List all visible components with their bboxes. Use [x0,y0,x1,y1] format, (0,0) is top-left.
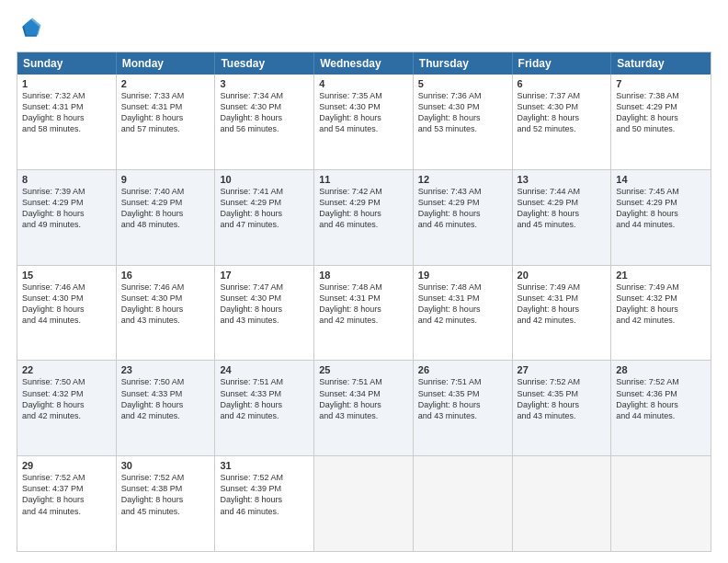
sunrise-text: Sunrise: 7:46 AM [22,282,111,293]
week-row-2: 8Sunrise: 7:39 AMSunset: 4:29 PMDaylight… [17,169,711,265]
daylight-text: Daylight: 8 hours [319,304,408,315]
daylight-text-2: and 42 minutes. [22,410,111,421]
sunset-text: Sunset: 4:31 PM [121,101,210,112]
daylight-text-2: and 54 minutes. [319,123,408,134]
daylight-text: Daylight: 8 hours [418,304,507,315]
week-row-3: 15Sunrise: 7:46 AMSunset: 4:30 PMDayligh… [17,265,711,361]
daylight-text-2: and 42 minutes. [616,315,706,326]
day-number: 20 [518,270,607,281]
day-number: 31 [220,460,309,471]
sunrise-text: Sunrise: 7:52 AM [121,472,210,483]
sunrise-text: Sunrise: 7:52 AM [616,376,706,387]
daylight-text-2: and 45 minutes. [121,506,210,517]
week-row-5: 29Sunrise: 7:52 AMSunset: 4:37 PMDayligh… [17,455,711,551]
daylight-text-2: and 48 minutes. [121,219,210,230]
sunset-text: Sunset: 4:30 PM [319,101,408,112]
daylight-text-2: and 42 minutes. [418,315,507,326]
daylight-text: Daylight: 8 hours [121,399,210,410]
daylight-text: Daylight: 8 hours [22,399,111,410]
sunrise-text: Sunrise: 7:50 AM [121,376,210,387]
sunrise-text: Sunrise: 7:44 AM [518,186,607,197]
day-number: 23 [121,364,210,375]
daylight-text-2: and 46 minutes. [319,219,408,230]
daylight-text: Daylight: 8 hours [121,112,210,123]
sunset-text: Sunset: 4:30 PM [22,293,111,304]
day-number: 19 [418,270,507,281]
day-cell-23: 23Sunrise: 7:50 AMSunset: 4:33 PMDayligh… [117,361,216,455]
day-number: 27 [518,364,607,375]
calendar-header: SundayMondayTuesdayWednesdayThursdayFrid… [17,52,711,75]
sunrise-text: Sunrise: 7:47 AM [220,282,309,293]
daylight-text-2: and 57 minutes. [121,123,210,134]
sunset-text: Sunset: 4:32 PM [616,293,706,304]
daylight-text: Daylight: 8 hours [121,304,210,315]
daylight-text: Daylight: 8 hours [220,494,309,505]
day-number: 2 [121,78,210,89]
daylight-text: Daylight: 8 hours [319,399,408,410]
daylight-text: Daylight: 8 hours [22,304,111,315]
daylight-text-2: and 58 minutes. [22,123,111,134]
sunset-text: Sunset: 4:29 PM [418,197,507,208]
day-cell-2: 2Sunrise: 7:33 AMSunset: 4:31 PMDaylight… [117,75,216,169]
day-header-monday: Monday [117,52,216,75]
calendar: SundayMondayTuesdayWednesdayThursdayFrid… [17,52,711,552]
daylight-text-2: and 49 minutes. [22,219,111,230]
day-cell-9: 9Sunrise: 7:40 AMSunset: 4:29 PMDaylight… [117,170,216,265]
day-header-sunday: Sunday [17,52,117,75]
daylight-text: Daylight: 8 hours [518,208,607,219]
sunrise-text: Sunrise: 7:48 AM [319,282,408,293]
daylight-text: Daylight: 8 hours [418,399,507,410]
daylight-text-2: and 47 minutes. [220,219,309,230]
day-cell-11: 11Sunrise: 7:42 AMSunset: 4:29 PMDayligh… [314,170,414,265]
week-row-4: 22Sunrise: 7:50 AMSunset: 4:32 PMDayligh… [17,360,711,455]
sunrise-text: Sunrise: 7:32 AM [22,90,111,101]
sunrise-text: Sunrise: 7:36 AM [418,90,507,101]
daylight-text: Daylight: 8 hours [22,208,111,219]
day-header-saturday: Saturday [611,52,711,75]
daylight-text: Daylight: 8 hours [220,304,309,315]
sunset-text: Sunset: 4:30 PM [220,101,309,112]
sunset-text: Sunset: 4:29 PM [319,197,408,208]
day-cell-19: 19Sunrise: 7:48 AMSunset: 4:31 PMDayligh… [414,266,513,361]
day-number: 29 [22,460,111,471]
day-cell-18: 18Sunrise: 7:48 AMSunset: 4:31 PMDayligh… [314,266,414,361]
day-number: 8 [22,174,111,185]
day-number: 12 [418,174,507,185]
sunset-text: Sunset: 4:30 PM [418,101,507,112]
day-number: 18 [319,270,408,281]
daylight-text: Daylight: 8 hours [518,304,607,315]
daylight-text-2: and 42 minutes. [220,410,309,421]
sunrise-text: Sunrise: 7:33 AM [121,90,210,101]
sunrise-text: Sunrise: 7:37 AM [518,90,607,101]
daylight-text-2: and 43 minutes. [121,315,210,326]
day-number: 28 [616,364,706,375]
sunrise-text: Sunrise: 7:46 AM [121,282,210,293]
day-number: 30 [121,460,210,471]
sunset-text: Sunset: 4:38 PM [121,483,210,494]
sunset-text: Sunset: 4:30 PM [121,293,210,304]
day-number: 21 [616,270,706,281]
daylight-text: Daylight: 8 hours [22,494,111,505]
sunset-text: Sunset: 4:39 PM [220,483,309,494]
empty-cell [513,456,612,551]
sunset-text: Sunset: 4:35 PM [518,388,607,399]
day-cell-20: 20Sunrise: 7:49 AMSunset: 4:31 PMDayligh… [513,266,612,361]
daylight-text: Daylight: 8 hours [220,112,309,123]
day-cell-3: 3Sunrise: 7:34 AMSunset: 4:30 PMDaylight… [215,75,314,169]
day-number: 25 [319,364,408,375]
day-number: 7 [616,78,706,89]
daylight-text: Daylight: 8 hours [518,112,607,123]
day-cell-6: 6Sunrise: 7:37 AMSunset: 4:30 PMDaylight… [513,75,612,169]
logo-icon [17,17,42,42]
sunset-text: Sunset: 4:29 PM [220,197,309,208]
daylight-text-2: and 43 minutes. [319,410,408,421]
day-cell-16: 16Sunrise: 7:46 AMSunset: 4:30 PMDayligh… [117,266,216,361]
sunrise-text: Sunrise: 7:50 AM [22,376,111,387]
week-row-1: 1Sunrise: 7:32 AMSunset: 4:31 PMDaylight… [17,75,711,169]
day-cell-21: 21Sunrise: 7:49 AMSunset: 4:32 PMDayligh… [611,266,711,361]
empty-cell [314,456,414,551]
daylight-text: Daylight: 8 hours [319,208,408,219]
sunset-text: Sunset: 4:31 PM [319,293,408,304]
daylight-text-2: and 44 minutes. [22,506,111,517]
day-cell-14: 14Sunrise: 7:45 AMSunset: 4:29 PMDayligh… [611,170,711,265]
